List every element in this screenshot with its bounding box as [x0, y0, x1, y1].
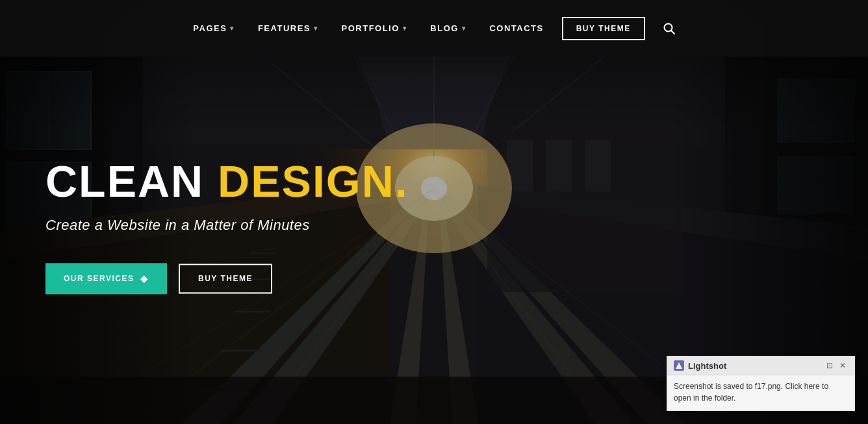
buy-theme-nav-button[interactable]: BUY THEME: [562, 17, 645, 40]
lightshot-title: Lightshot: [674, 360, 726, 371]
chevron-down-icon: ▾: [462, 25, 466, 32]
diamond-icon: ◆: [140, 274, 149, 284]
hero-content: CLEAN DESIGN. Create a Website in a Matt…: [45, 157, 409, 295]
lightshot-title-text: Lightshot: [688, 361, 726, 371]
chevron-down-icon: ▾: [230, 25, 235, 32]
nav-menu: PAGES ▾ FEATURES ▾ PORTFOLIO ▾ BLOG ▾ CO…: [181, 0, 686, 56]
search-icon: [663, 23, 675, 34]
nav-blog-label: BLOG: [430, 23, 459, 33]
nav-portfolio-label: PORTFOLIO: [342, 23, 400, 33]
nav-item-pages[interactable]: PAGES ▾: [181, 0, 246, 56]
nav-item-buy-theme[interactable]: BUY THEME: [555, 0, 652, 56]
lightshot-header: Lightshot ⊡ ✕: [667, 356, 854, 375]
hero-title-white: CLEAN: [45, 156, 218, 206]
hero-buttons: OUR SERVICES ◆ BUY THEME: [45, 264, 409, 295]
buy-theme-hero-label: BUY THEME: [198, 275, 253, 284]
navbar: PAGES ▾ FEATURES ▾ PORTFOLIO ▾ BLOG ▾ CO…: [0, 0, 868, 56]
svg-line-66: [671, 31, 674, 34]
hero-subtitle: Create a Website in a Matter of Minutes: [45, 218, 409, 234]
chevron-down-icon: ▾: [314, 25, 318, 32]
nav-item-blog[interactable]: BLOG ▾: [418, 0, 478, 56]
lightshot-body: Screenshot is saved to f17.png. Click he…: [667, 375, 854, 410]
buy-theme-nav-label: BUY THEME: [576, 24, 631, 33]
lightshot-action-icons: ⊡ ✕: [824, 360, 848, 371]
nav-item-portfolio[interactable]: PORTFOLIO ▾: [330, 0, 419, 56]
lightshot-logo-icon: [674, 360, 684, 371]
lightshot-body-text: Screenshot is saved to f17.png. Click he…: [674, 382, 828, 403]
hero-title-yellow: DESIGN.: [218, 156, 409, 206]
buy-theme-hero-button[interactable]: BUY THEME: [179, 264, 272, 294]
nav-features-label: FEATURES: [258, 23, 311, 33]
nav-pages-label: PAGES: [193, 23, 227, 33]
nav-item-contacts[interactable]: CONTACTS: [478, 0, 555, 56]
hero-title: CLEAN DESIGN.: [45, 157, 409, 206]
lightshot-notification: Lightshot ⊡ ✕ Screenshot is saved to f17…: [667, 356, 855, 411]
nav-search-button[interactable]: [652, 0, 687, 56]
lightshot-resize-icon[interactable]: ⊡: [824, 360, 835, 371]
lightshot-message: Screenshot is saved to f17.png. Click he…: [674, 380, 848, 404]
our-services-label: OUR SERVICES: [64, 275, 134, 284]
nav-item-features[interactable]: FEATURES ▾: [246, 0, 330, 56]
nav-contacts-label: CONTACTS: [489, 23, 543, 33]
chevron-down-icon: ▾: [403, 25, 407, 32]
our-services-button[interactable]: OUR SERVICES ◆: [45, 264, 167, 295]
lightshot-close-icon[interactable]: ✕: [837, 360, 848, 371]
